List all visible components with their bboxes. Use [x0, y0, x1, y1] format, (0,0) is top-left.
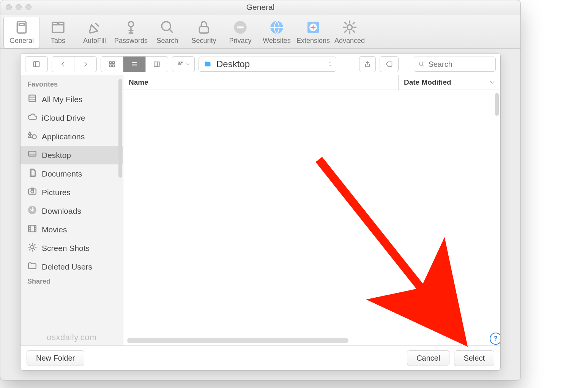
pref-tab-label: Search — [150, 37, 185, 45]
share-button[interactable] — [359, 56, 376, 72]
chevron-down-icon — [490, 80, 495, 85]
open-panel-footer: New Folder Cancel Select — [20, 345, 500, 370]
sidebar-item-downloads[interactable]: Downloads — [20, 202, 123, 220]
zoom-window-button[interactable] — [25, 4, 32, 10]
svg-rect-46 — [28, 151, 36, 156]
svg-point-45 — [32, 135, 36, 139]
cancel-button[interactable]: Cancel — [407, 350, 449, 366]
close-window-button[interactable] — [6, 4, 12, 10]
toggle-sidebar-button[interactable] — [25, 57, 47, 72]
pref-tab-label: Extensions — [295, 37, 331, 45]
svg-rect-36 — [180, 62, 181, 63]
pref-tab-passwords[interactable]: Passwords — [113, 17, 149, 48]
svg-rect-8 — [199, 27, 208, 33]
help-button[interactable]: ? — [490, 333, 500, 345]
chevron-down-icon — [186, 62, 190, 66]
sidebar-item-label: iCloud Drive — [42, 114, 85, 123]
search-input[interactable] — [427, 60, 491, 69]
pref-tab-label: Tabs — [40, 37, 76, 45]
sidebar-item-deleted-users[interactable]: Deleted Users — [20, 257, 123, 276]
share-icon — [364, 60, 371, 68]
search-icon — [419, 61, 424, 68]
sidebar-toggle-group — [25, 56, 48, 72]
window-controls — [6, 4, 32, 10]
sidebar-item-label: Movies — [42, 225, 67, 234]
svg-rect-28 — [113, 65, 115, 67]
sidebar-item-movies[interactable]: Movies — [20, 220, 123, 239]
minimize-window-button[interactable] — [16, 4, 22, 10]
sidebar-item-applications[interactable]: Applications — [20, 127, 123, 146]
file-list: Name Date Modified ? — [123, 75, 500, 345]
sidebar-item-label: Documents — [42, 169, 82, 178]
screenshots-icon — [27, 242, 37, 254]
movies-icon — [27, 224, 37, 235]
pref-tab-advanced[interactable]: Advanced — [331, 17, 368, 48]
sidebar-item-label: All My Files — [42, 95, 82, 104]
sidebar-item-icloud[interactable]: iCloud Drive — [20, 109, 123, 127]
svg-point-49 — [31, 190, 34, 193]
svg-line-65 — [34, 249, 35, 250]
open-panel-toolbar: Desktop — [20, 54, 500, 75]
sidebar-scrollbar[interactable] — [118, 79, 122, 178]
watermark: osxdaily.com — [20, 333, 123, 342]
preferences-window: General GeneralTabsAutoFillPasswordsSear… — [0, 0, 521, 380]
forward-button[interactable] — [74, 57, 96, 72]
pref-tab-label: AutoFill — [77, 37, 112, 45]
sidebar-item-screenshots[interactable]: Screen Shots — [20, 239, 123, 257]
icon-view-button[interactable] — [101, 57, 123, 72]
location-popup-chevrons — [328, 61, 332, 67]
vertical-scrollbar[interactable] — [495, 93, 499, 116]
sidebar-item-pictures[interactable]: Pictures — [20, 183, 123, 202]
sidebar-item-label: Pictures — [42, 188, 71, 197]
tags-button[interactable] — [380, 56, 399, 72]
search-field[interactable] — [414, 57, 496, 72]
sidebar-item-desktop[interactable]: Desktop — [20, 146, 123, 164]
column-name-header[interactable]: Name — [123, 78, 398, 87]
pref-tab-autofill[interactable]: AutoFill — [76, 17, 113, 48]
svg-rect-26 — [113, 62, 115, 63]
pref-tab-label: Privacy — [222, 37, 258, 45]
open-panel: Desktop — [20, 53, 501, 371]
new-folder-button[interactable]: New Folder — [27, 350, 84, 366]
pref-tab-general[interactable]: General — [3, 17, 40, 48]
svg-rect-27 — [109, 65, 111, 67]
sidebar-item-label: Desktop — [42, 151, 71, 160]
svg-rect-39 — [180, 63, 181, 64]
column-headers: Name Date Modified — [123, 75, 500, 90]
location-label: Desktop — [216, 59, 250, 69]
select-button[interactable]: Select — [454, 350, 494, 366]
svg-point-14 — [347, 25, 352, 30]
svg-line-22 — [353, 23, 355, 24]
sidebar-item-documents[interactable]: Documents — [20, 164, 123, 183]
sheet-backdrop: Desktop — [0, 49, 520, 377]
pref-tab-websites[interactable]: Websites — [259, 17, 295, 48]
folder-icon — [203, 60, 213, 68]
column-view-button[interactable] — [146, 57, 168, 72]
svg-rect-23 — [34, 62, 39, 67]
group-by-button[interactable] — [172, 57, 194, 72]
horizontal-scrollbar[interactable] — [127, 338, 348, 343]
svg-rect-52 — [28, 225, 36, 232]
sidebar: FavoritesAll My FilesiCloud DriveApplica… — [20, 75, 123, 345]
file-grid[interactable]: ? — [123, 90, 500, 345]
list-view-button[interactable] — [123, 57, 146, 72]
column-date-modified-header[interactable]: Date Modified — [398, 75, 500, 90]
location-popup[interactable]: Desktop — [199, 57, 336, 72]
pref-tab-tabs[interactable]: Tabs — [40, 17, 76, 48]
pref-tab-privacy[interactable]: Privacy — [222, 17, 259, 48]
pref-tab-label: Websites — [259, 37, 295, 45]
svg-point-59 — [31, 246, 34, 249]
downloads-icon — [27, 205, 37, 217]
advanced-icon — [332, 19, 367, 36]
pref-tab-security[interactable]: Security — [186, 17, 222, 48]
sidebar-item-all-my-files[interactable]: All My Files — [20, 90, 123, 109]
sidebar-item-label: Applications — [42, 132, 85, 141]
group-by-group — [172, 56, 195, 72]
pref-tab-search[interactable]: Search — [149, 17, 186, 48]
documents-icon — [27, 168, 37, 180]
pref-tab-extensions[interactable]: Extensions — [295, 17, 331, 48]
svg-rect-37 — [182, 62, 183, 63]
pref-tab-label: Advanced — [332, 37, 367, 45]
sidebar-item-label: Screen Shots — [42, 244, 90, 253]
back-button[interactable] — [52, 57, 74, 72]
